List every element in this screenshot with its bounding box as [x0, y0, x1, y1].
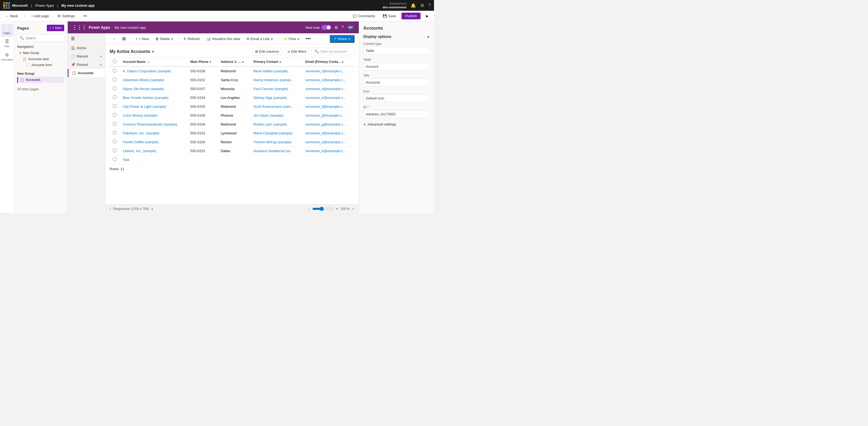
contact-cell[interactable]: Rene Valdes (sample) [250, 66, 302, 75]
notification-icon[interactable]: 🔔 [411, 3, 416, 8]
email-cell[interactable] [302, 155, 354, 164]
contact-cell[interactable]: Maria Campbell (sample) [250, 129, 302, 138]
row-checkbox-1[interactable] [113, 78, 116, 81]
responsive-chevron-icon[interactable]: ∨ [151, 207, 153, 211]
save-button[interactable]: 💾 Save [380, 13, 399, 19]
sidebar-item-data[interactable]: 🗄 Data [1, 37, 13, 50]
more-options-button[interactable]: ••• [81, 13, 89, 19]
title-chevron-icon[interactable]: ∨ [152, 50, 154, 54]
email-cell[interactable]: someone_d@example.c... [302, 129, 354, 138]
icon-input[interactable] [363, 94, 430, 102]
account-name-cell[interactable]: City Power & Light (sample) [120, 102, 187, 111]
more-actions-button[interactable]: ••• [303, 35, 313, 43]
col-main-phone[interactable]: Main Phone ∨ [187, 58, 217, 66]
account-name-cell[interactable]: Fabrikam, Inc. (sample) [120, 129, 187, 138]
email-link-button[interactable]: ✉ Email a Link ∨ [244, 35, 276, 42]
back-button[interactable]: ← Back [3, 13, 20, 19]
account-name-cell[interactable]: Test [120, 155, 187, 164]
contact-cell[interactable]: Scott Konersmann (sam... [250, 102, 302, 111]
zoom-minus-button[interactable]: - [309, 206, 310, 211]
select-all-checkbox[interactable] [113, 60, 116, 63]
inner-sidebar-pinned[interactable]: 📌 Pinned ∨ [68, 60, 105, 69]
comments-button[interactable]: 💬 Comments [350, 13, 377, 19]
sidebar-item-automation[interactable]: ⚙ Automation [1, 50, 13, 63]
contact-cell[interactable]: Sidney Higa (sample) [250, 93, 302, 102]
email-cell[interactable]: someone_e@example.c... [302, 93, 354, 102]
row-checkbox-7[interactable] [113, 131, 116, 134]
settings-button[interactable]: ⚙ Settings [55, 13, 77, 19]
edit-filters-button[interactable]: ⊿ Edit filters [284, 48, 309, 55]
contact-cell[interactable]: Jim Glynn (sample) [250, 111, 302, 120]
pages-search-box[interactable]: 🔍 [17, 34, 64, 42]
display-options-header[interactable]: Display options ∧ [363, 34, 430, 39]
publish-button[interactable]: Publish [401, 12, 421, 19]
view-back-button[interactable]: ← [110, 35, 119, 42]
settings-icon-topbar[interactable]: ⚙ [420, 3, 424, 8]
nav-item-accounts-active[interactable]: 📋 Accounts [17, 77, 64, 83]
pa-settings-icon[interactable]: ⚙ [334, 25, 338, 30]
advanced-settings-toggle[interactable]: ∨ Advanced settings [363, 122, 430, 126]
row-checkbox-8[interactable] [113, 140, 116, 143]
view-image-button[interactable]: 🖼 [120, 35, 128, 42]
contact-cell[interactable]: Paul Cannon (sample) [250, 84, 302, 93]
contact-cell[interactable]: Susanna Stubberod (sa... [250, 147, 302, 155]
zoom-plus-button[interactable]: + [336, 206, 338, 211]
col-address[interactable]: Address 1: ... ∨ [217, 58, 250, 66]
contact-cell[interactable]: Robert Lyon (sample) [250, 120, 302, 129]
title-input[interactable] [363, 79, 430, 86]
delete-button[interactable]: 🗑 Delete ∨ [153, 35, 177, 42]
new-page-button[interactable]: + + New [47, 25, 64, 31]
row-checkbox-9[interactable] [113, 149, 116, 152]
fullscreen-icon[interactable]: ⤢ [352, 207, 354, 211]
edit-columns-button[interactable]: ⊞ Edit columns [252, 48, 282, 55]
pa-avatar[interactable]: MP [347, 24, 354, 31]
contact-cell[interactable]: Nancy Anderson (sampl... [250, 75, 302, 84]
row-checkbox-6[interactable] [113, 122, 116, 125]
id-input[interactable] [363, 110, 430, 118]
email-cell[interactable]: someone_i@example.c... [302, 66, 354, 75]
refresh-button[interactable]: ↻ Refresh [181, 35, 203, 42]
help-icon-topbar[interactable]: ? [428, 3, 431, 8]
account-name-cell[interactable]: Litware, Inc. (sample) [120, 147, 187, 155]
toggle-switch[interactable] [321, 25, 331, 30]
nav-item-accounts-form[interactable]: 📄 Accounts form [17, 62, 64, 68]
account-name-cell[interactable]: Blue Yonder Airlines (sample) [120, 93, 187, 102]
row-checkbox-3[interactable] [113, 95, 116, 99]
visualize-button[interactable]: 📊 Visualize this view [204, 35, 243, 42]
waffle-icon[interactable]: ⋮⋮⋮ [72, 25, 87, 30]
play-button[interactable]: ▶ [424, 13, 431, 19]
expand-icon[interactable]: ⟨ [110, 207, 111, 211]
pages-search-input[interactable] [26, 36, 62, 40]
table-input[interactable] [363, 63, 430, 70]
flow-button[interactable]: ⚡ Flow ∨ [281, 35, 302, 42]
content-type-input[interactable] [363, 47, 430, 55]
new-look-toggle[interactable]: New look [306, 25, 331, 30]
col-email[interactable]: Email (Primary Conta... ∨ [302, 58, 354, 66]
pa-help-icon[interactable]: ? [341, 25, 344, 30]
hamburger-button[interactable]: ☰ [68, 33, 105, 44]
sidebar-item-pages[interactable]: 📄 Pages [1, 24, 13, 36]
contact-cell[interactable]: Yvonne McKay (sample) [250, 138, 302, 147]
nav-item-new-group[interactable]: ≡ New Group [17, 50, 64, 56]
account-name-cell[interactable]: Alpine Ski House (sample) [120, 84, 187, 93]
email-cell[interactable]: someone_g@example.c... [302, 120, 354, 129]
inner-sidebar-home[interactable]: 🏠 Home [68, 44, 105, 52]
email-cell[interactable]: someone_a@example.c... [302, 138, 354, 147]
share-button[interactable]: ↗ Share ∨ [330, 35, 354, 43]
nav-item-accounts-view[interactable]: 📋 Accounts view [17, 56, 64, 62]
col-primary-contact[interactable]: Primary Contact ∨ [250, 58, 302, 66]
inner-sidebar-recent[interactable]: 🕐 Recent ∨ [68, 52, 105, 60]
inner-sidebar-accounts[interactable]: 📋 Accounts [68, 69, 105, 77]
email-cell[interactable]: someone_f@example.c... [302, 102, 354, 111]
contact-cell[interactable] [250, 155, 302, 164]
account-name-cell[interactable]: Coho Winery (sample) [120, 111, 187, 120]
add-page-button[interactable]: + Add page [29, 13, 51, 19]
account-name-cell[interactable]: Adventure Works (sample) [120, 75, 187, 84]
filter-search-box[interactable]: 🔍 Filter by keyword [311, 48, 354, 55]
row-checkbox-4[interactable] [113, 104, 116, 108]
account-name-cell[interactable]: Contoso Pharmaceuticals (sample) [120, 120, 187, 129]
zoom-slider[interactable] [312, 207, 334, 211]
row-checkbox-10[interactable] [113, 157, 116, 161]
new-record-button[interactable]: + + New [133, 35, 152, 42]
account-name-cell[interactable]: Fourth Coffee (sample) [120, 138, 187, 147]
